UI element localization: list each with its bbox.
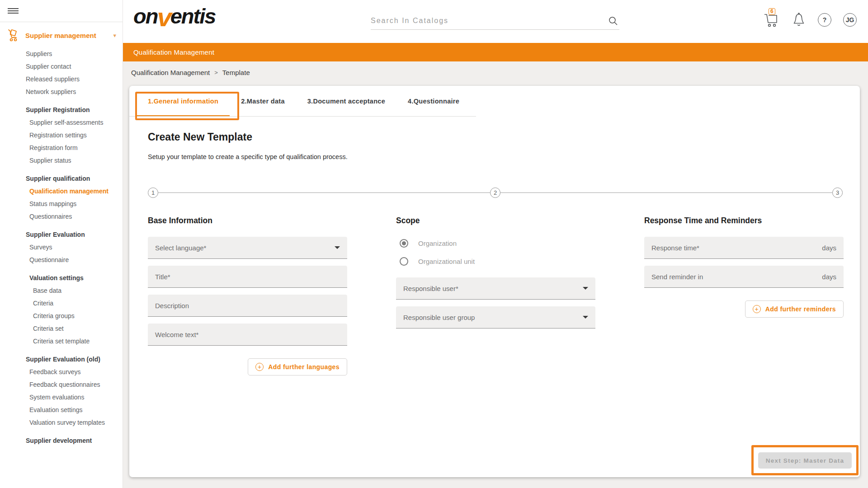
tab-master-data[interactable]: 2.Master data	[230, 86, 296, 116]
notifications-button[interactable]	[792, 12, 806, 28]
sidebar-item-feedback-surveys[interactable]: Feedback surveys	[0, 366, 123, 378]
sidebar-item-supplier-contact[interactable]: Supplier contact	[0, 60, 123, 73]
days-suffix: days	[822, 244, 836, 252]
page-title: Create New Template	[148, 131, 252, 143]
step-1-circle: 1	[148, 188, 158, 198]
sidebar-item-questionnaire[interactable]: Questionnaire	[0, 253, 123, 266]
module-title: Qualification Management	[133, 48, 214, 56]
radio-row-organizational-unit: Organizational unit	[396, 255, 595, 267]
menu-icon[interactable]	[8, 7, 19, 15]
section-heading: Response Time and Reminders	[644, 216, 844, 225]
hand-truck-icon	[6, 28, 19, 42]
logo-v-check: v	[157, 2, 170, 32]
sidebar-item-status-mappings[interactable]: Status mappings	[0, 197, 123, 210]
sidebar-item-criteria-set[interactable]: Criteria set	[0, 322, 123, 335]
sidebar-item-qualification-management[interactable]: Qualification management	[0, 185, 123, 197]
sidebar-header	[0, 0, 123, 22]
header-icons: 6 ? JG	[763, 12, 857, 28]
response-time-field[interactable]: Response time* days	[644, 237, 844, 259]
section-response-time: Response Time and Reminders Response tim…	[644, 216, 844, 318]
search-icon[interactable]	[608, 15, 618, 26]
avatar-initials: JG	[846, 16, 854, 23]
radio-row-organization: Organization	[396, 237, 595, 249]
sidebar-item-supplier-registration: Supplier Registration	[0, 103, 123, 116]
sidebar-item-feedback-questionnaires[interactable]: Feedback questionnaires	[0, 378, 123, 391]
sidebar-item-supplier-development: Supplier development	[0, 434, 123, 447]
question-mark-icon: ?	[823, 16, 827, 23]
wizard-tabs: 1.General information 2.Master data 3.Do…	[129, 86, 476, 117]
sidebar-item-surveys[interactable]: Surveys	[0, 241, 123, 253]
tab-document-acceptance[interactable]: 3.Document acceptance	[296, 86, 396, 116]
sidebar-item-criteria-groups[interactable]: Criteria groups	[0, 310, 123, 322]
sidebar-item-base-data[interactable]: Base data	[0, 284, 123, 297]
sidebar-item-suppliers[interactable]: Suppliers	[0, 47, 123, 60]
tab-questionnaire[interactable]: 4.Questionnaire	[396, 86, 471, 116]
sidebar-root-label: Supplier management	[25, 32, 113, 39]
title-field[interactable]: Title*	[148, 266, 347, 288]
section-scope: Scope Organization Organizational unit R…	[396, 216, 595, 335]
sidebar-item-questionnaires[interactable]: Questionnaires	[0, 210, 123, 223]
stepper-line	[500, 192, 832, 193]
user-avatar[interactable]: JG	[843, 13, 857, 27]
sidebar-item-registration-settings[interactable]: Registration settings	[0, 129, 123, 141]
sidebar-item-supplier-qualification: Supplier qualification	[0, 172, 123, 185]
search-input[interactable]	[371, 17, 608, 25]
add-further-languages-button[interactable]: + Add further languages	[248, 358, 347, 375]
page-subtitle: Setup your template to create a specific…	[148, 153, 348, 160]
responsible-user-select[interactable]: Responsible user*	[396, 277, 595, 300]
section-heading: Scope	[396, 216, 595, 225]
template-card: 1.General information 2.Master data 3.Do…	[129, 86, 860, 477]
bell-icon	[792, 12, 806, 28]
add-further-reminders-button[interactable]: + Add further reminders	[745, 300, 844, 318]
sidebar-item-supplier-management[interactable]: Supplier management ▾	[0, 25, 123, 46]
sidebar-item-criteria[interactable]: Criteria	[0, 297, 123, 310]
breadcrumb: Qualification Management > Template	[131, 69, 250, 76]
top-header: onventis 6	[123, 0, 868, 43]
organization-radio[interactable]	[400, 239, 408, 248]
breadcrumb-item: Template	[222, 69, 250, 76]
sidebar-item-valuation-settings: Valuation settings	[0, 272, 123, 284]
main-area: onventis 6	[123, 0, 868, 488]
sidebar-item-evaluation-settings[interactable]: Evaluation settings	[0, 404, 123, 416]
sidebar-item-supplier-self-assessments[interactable]: Supplier self-assessments	[0, 116, 123, 129]
module-title-bar: Qualification Management	[123, 43, 868, 61]
content-area: Qualification Management > Template 1.Ge…	[123, 61, 868, 488]
dropdown-caret-icon	[583, 287, 588, 290]
sidebar-item-criteria-set-template[interactable]: Criteria set template	[0, 335, 123, 347]
days-suffix: days	[822, 273, 836, 281]
sidebar-item-registration-form[interactable]: Registration form	[0, 141, 123, 154]
section-base-information: Base Information Select language* Title*…	[148, 216, 347, 375]
onventis-logo: onventis	[133, 4, 215, 28]
tab-general-information[interactable]: 1.General information	[137, 86, 230, 116]
sidebar-item-supplier-status[interactable]: Supplier status	[0, 154, 123, 167]
plus-icon: +	[255, 363, 264, 371]
sidebar: Supplier management ▾ SuppliersSupplier …	[0, 0, 123, 488]
cart-badge: 6	[769, 8, 775, 15]
send-reminder-field[interactable]: Send reminder in days	[644, 266, 844, 288]
breadcrumb-separator-icon: >	[214, 69, 218, 76]
next-step-button[interactable]: Next Step: Master Data	[758, 452, 852, 469]
plus-icon: +	[753, 305, 761, 313]
description-field[interactable]: Description	[148, 295, 347, 317]
chevron-down-icon[interactable]: ▾	[113, 32, 116, 39]
help-button[interactable]: ?	[818, 13, 831, 27]
step-2-circle: 2	[490, 188, 500, 198]
sidebar-item-released-suppliers[interactable]: Released suppliers	[0, 73, 123, 85]
stepper-line	[158, 192, 490, 193]
cart-button[interactable]: 6	[763, 12, 780, 28]
responsible-user-group-select[interactable]: Responsible user group	[396, 306, 595, 328]
dropdown-caret-icon	[583, 316, 588, 319]
sidebar-nav: SuppliersSupplier contactReleased suppli…	[0, 46, 123, 447]
sidebar-item-network-suppliers[interactable]: Network suppliers	[0, 85, 123, 98]
breadcrumb-item[interactable]: Qualification Management	[131, 69, 210, 76]
sidebar-item-valuation-survey-templates[interactable]: Valuation survey templates	[0, 416, 123, 429]
dropdown-caret-icon	[335, 246, 340, 249]
sidebar-item-supplier-evaluation: Supplier Evaluation	[0, 228, 123, 241]
catalog-search	[371, 12, 619, 30]
welcome-text-field[interactable]: Welcome text*	[148, 324, 347, 346]
select-language-field[interactable]: Select language*	[148, 237, 347, 259]
step-3-circle: 3	[832, 188, 843, 198]
sidebar-item-system-evaluations[interactable]: System evaluations	[0, 391, 123, 404]
sidebar-item-supplier-evaluation-old-: Supplier Evaluation (old)	[0, 353, 123, 366]
organizational-unit-radio[interactable]	[400, 257, 408, 266]
